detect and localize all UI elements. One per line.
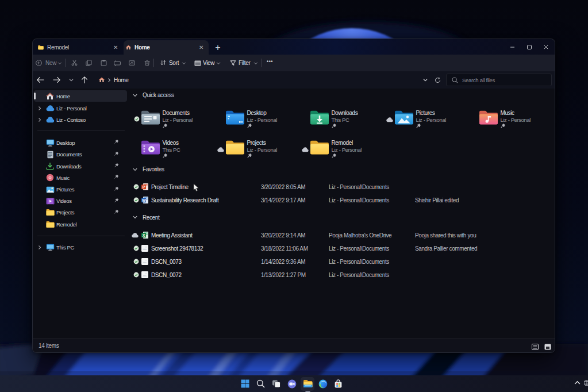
svg-text:X: X — [143, 233, 145, 237]
svg-text:P: P — [143, 185, 145, 190]
svg-text:W: W — [142, 198, 146, 202]
